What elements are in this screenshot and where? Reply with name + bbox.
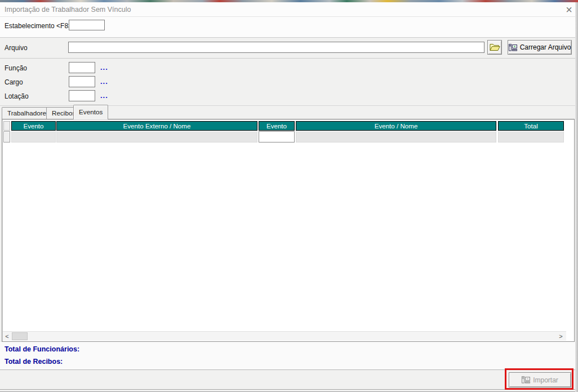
footer-bar [0,369,578,390]
funcao-lookup-button[interactable]: ... [100,63,108,72]
arquivo-label: Arquivo [5,44,28,52]
scrollbar-thumb[interactable] [12,332,28,340]
tab-eventos-label: Eventos [79,108,103,115]
carregar-arquivo-label: Carregar Arquivo [520,43,571,51]
importar-label: Importar [533,376,558,384]
col-header-evento-nome[interactable]: Evento / Nome [296,121,496,131]
importar-button[interactable]: Importar [509,372,571,387]
estabelecimento-label: Estabelecimento <F8> [5,22,72,30]
cell-evento-focused[interactable] [259,131,295,142]
lotacao-label: Lotação [5,92,29,100]
cell-evento-externo[interactable] [11,131,56,142]
import-worker-dialog: Importação de Trabalhador Sem Vínculo × … [0,0,578,392]
tab-trabalhadores-label: Trabalhadores [7,109,50,117]
row-selector-cell[interactable] [3,131,10,142]
divider [0,37,578,38]
lotacao-input[interactable] [69,90,95,101]
grid-selector-header [3,121,10,131]
col-header-evento-externo-nome[interactable]: Evento Externo / Nome [56,121,257,131]
scroll-left-icon[interactable]: < [3,332,11,341]
totals-section [0,342,578,369]
total-recibos-label: Total de Recibos: [5,358,63,366]
col-header-evento[interactable]: Evento [259,121,295,131]
close-icon[interactable]: × [563,3,575,16]
tab-eventos[interactable]: Eventos [73,105,108,119]
col-header-total[interactable]: Total [498,121,564,131]
funcao-input[interactable] [69,62,95,73]
estabelecimento-input[interactable] [69,20,105,30]
title-bar: Importação de Trabalhador Sem Vínculo × [0,2,578,17]
funcao-label: Função [5,64,27,72]
eventos-grid: Evento Externo Evento Externo / Nome Eve… [2,119,575,342]
cell-evento-externo-nome[interactable] [56,131,257,142]
dialog-title: Importação de Trabalhador Sem Vínculo [5,6,131,14]
computer-icon [522,376,530,384]
scroll-right-icon[interactable]: > [557,332,565,341]
arquivo-input[interactable] [68,42,484,53]
grid-data-row[interactable] [3,131,564,142]
browse-file-button[interactable] [487,40,502,55]
lotacao-lookup-button[interactable]: ... [100,91,108,100]
open-folder-icon [490,43,500,51]
cargo-lookup-button[interactable]: ... [100,77,108,86]
col-header-evento-externo[interactable]: Evento Externo [11,121,56,131]
cargo-input[interactable] [69,76,95,87]
divider [0,58,578,59]
grid-header-row: Evento Externo Evento Externo / Nome Eve… [3,121,564,131]
total-funcionarios-label: Total de Funcionários: [5,345,79,353]
tab-recibos-label: Recibos [52,109,75,117]
cargo-label: Cargo [5,78,23,86]
horizontal-scrollbar[interactable]: < > [3,331,566,341]
cell-evento-nome[interactable] [296,131,496,142]
computer-icon [509,43,517,52]
cell-total[interactable] [498,131,564,142]
dialog-right-border [575,2,578,392]
carregar-arquivo-button[interactable]: Carregar Arquivo [508,40,572,55]
